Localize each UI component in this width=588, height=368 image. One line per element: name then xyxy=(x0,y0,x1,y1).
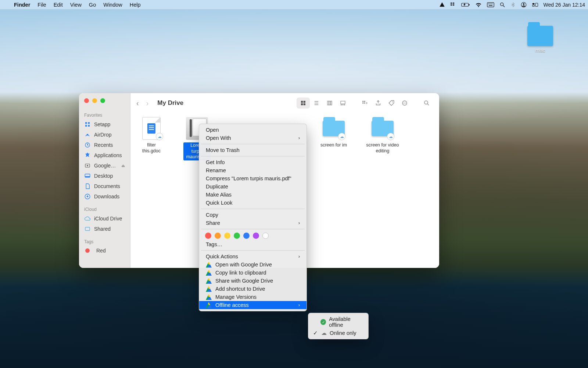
menubar-go[interactable]: Go xyxy=(85,0,100,10)
tag-dot-purple[interactable] xyxy=(253,233,259,239)
tag-dot-blue[interactable] xyxy=(243,233,250,239)
search-button[interactable] xyxy=(420,98,433,109)
view-icons-button[interactable] xyxy=(297,98,310,109)
finder-toolbar: ‹ › My Drive xyxy=(130,93,439,113)
sidebar-item-applications[interactable]: Applications xyxy=(79,150,130,160)
folder-screen-im[interactable]: ☁ screen for im xyxy=(320,117,347,160)
ctx-gd-offline[interactable]: Offline access› xyxy=(199,301,306,309)
ctx-compress[interactable]: Compress "Lorem turpis mauris.pdf" xyxy=(199,174,306,183)
sidebar-item-shared[interactable]: Shared xyxy=(79,224,130,234)
ctx-rename[interactable]: Rename xyxy=(199,166,306,174)
menubar-right: Wed 26 Jan 12:14 xyxy=(439,1,585,8)
menubar-file[interactable]: File xyxy=(34,0,50,10)
ctx-gd-shortcut[interactable]: Add shortcut to Drive xyxy=(199,285,306,293)
svg-point-41 xyxy=(404,103,405,103)
menubar-clock[interactable]: Wed 26 Jan 12:14 xyxy=(544,2,585,8)
status-icon-battery[interactable] xyxy=(461,2,470,7)
zoom-button[interactable] xyxy=(100,98,105,103)
ctx-copy[interactable]: Copy xyxy=(199,211,306,219)
tag-dot-green[interactable] xyxy=(234,233,240,239)
group-by-button[interactable] xyxy=(358,98,372,109)
menubar-app-name[interactable]: Finder xyxy=(10,0,34,10)
eject-icon[interactable]: ⏏ xyxy=(121,163,125,168)
nav-back[interactable]: ‹ xyxy=(136,99,139,107)
ctx-open[interactable]: Open xyxy=(199,126,306,134)
shared-icon xyxy=(84,226,91,232)
ctx-gd-share[interactable]: Share with Google Drive xyxy=(199,277,306,285)
sidebar-section-tags: Tags xyxy=(79,237,130,246)
ctx-duplicate[interactable]: Duplicate xyxy=(199,183,306,191)
status-icon-control-center[interactable] xyxy=(532,2,538,7)
sidebar-tag-red[interactable]: Red xyxy=(79,246,130,255)
menubar-edit[interactable]: Edit xyxy=(50,0,67,10)
apple-menu[interactable] xyxy=(3,0,10,10)
sidebar-item-downloads[interactable]: Downloads xyxy=(79,191,130,202)
status-icon-wifi[interactable] xyxy=(475,1,482,8)
svg-point-43 xyxy=(424,101,428,104)
nav-forward[interactable]: › xyxy=(146,99,149,107)
ctx-quick-actions[interactable]: Quick Actions› xyxy=(199,252,306,261)
tag-dot-orange[interactable] xyxy=(215,233,221,239)
status-icon-dropbox[interactable] xyxy=(450,2,456,8)
svg-rect-30 xyxy=(341,101,345,104)
sidebar-item-recents[interactable]: Recents xyxy=(79,140,130,150)
ctx-gd-copylink[interactable]: Copy link to clipboard xyxy=(199,269,306,277)
sidebar-item-airdrop[interactable]: AirDrop xyxy=(79,130,130,140)
googledrive-sidebar-icon xyxy=(84,162,91,169)
menubar-left: Finder File Edit View Go Window Help xyxy=(3,0,144,10)
tag-dot-yellow[interactable] xyxy=(224,233,230,239)
view-gallery-button[interactable] xyxy=(336,98,349,109)
svg-rect-7 xyxy=(489,5,492,6)
tag-dot-none[interactable] xyxy=(262,233,269,239)
tags-button[interactable] xyxy=(385,98,398,109)
submenu-online-only[interactable]: ✓ ☁ Online only xyxy=(308,329,368,337)
chevron-right-icon: › xyxy=(298,135,300,141)
status-icon-bluetooth-off[interactable] xyxy=(510,2,516,8)
ctx-get-info[interactable]: Get Info xyxy=(199,158,306,166)
svg-rect-3 xyxy=(488,3,489,4)
action-menu-button[interactable] xyxy=(398,98,411,109)
svg-point-40 xyxy=(403,103,404,103)
close-button[interactable] xyxy=(84,98,89,103)
menubar-help[interactable]: Help xyxy=(126,0,144,10)
status-icon-keyboard[interactable] xyxy=(487,2,494,7)
share-button[interactable] xyxy=(372,98,385,109)
ctx-tags[interactable]: Tags… xyxy=(199,240,306,248)
status-icon-user[interactable] xyxy=(521,2,527,8)
ctx-open-with[interactable]: Open With› xyxy=(199,134,306,142)
ctx-share[interactable]: Share› xyxy=(199,219,306,227)
view-columns-button[interactable] xyxy=(323,98,336,109)
sidebar-item-desktop[interactable]: Desktop xyxy=(79,171,130,181)
menubar-view[interactable]: View xyxy=(67,0,85,10)
separator xyxy=(201,144,305,144)
submenu-available-offline[interactable]: ✓ Available offline xyxy=(308,315,368,329)
svg-point-42 xyxy=(405,103,406,103)
ctx-move-to-trash[interactable]: Move to Trash xyxy=(199,146,306,154)
status-icon-spotlight[interactable] xyxy=(499,2,505,8)
ctx-gd-open[interactable]: Open with Google Drive xyxy=(199,261,306,269)
googledrive-icon xyxy=(206,262,212,268)
svg-rect-37 xyxy=(364,103,365,104)
context-menu: Open Open With› Move to Trash Get Info R… xyxy=(199,124,307,311)
ctx-make-alias[interactable]: Make Alias xyxy=(199,191,306,199)
googledrive-icon xyxy=(206,294,212,300)
file-gdoc[interactable]: ☁ filter this.gdoc xyxy=(138,117,165,160)
ctx-quick-look[interactable]: Quick Look xyxy=(199,199,306,207)
view-list-button[interactable] xyxy=(310,98,323,109)
sidebar-item-documents[interactable]: Documents xyxy=(79,181,130,191)
sidebar-item-googledrive[interactable]: Google… ⏏ xyxy=(79,160,130,171)
tag-dot-red[interactable] xyxy=(205,233,211,239)
status-icon-drive[interactable] xyxy=(439,2,445,8)
desktop-folder-misc[interactable]: misc xyxy=(524,26,557,53)
menubar-window[interactable]: Window xyxy=(100,0,126,10)
folder-screen-video[interactable]: ☁ screen for video editing xyxy=(366,117,399,160)
svg-rect-26 xyxy=(304,103,305,105)
minimize-button[interactable] xyxy=(92,98,97,103)
sidebar-item-iclouddrive[interactable]: iCloud Drive xyxy=(79,213,130,224)
svg-rect-13 xyxy=(532,5,534,6)
ctx-gd-versions[interactable]: Manage Versions xyxy=(199,293,306,301)
cloud-icon: ☁ xyxy=(321,330,327,336)
sidebar-item-setapp[interactable]: Setapp xyxy=(79,119,130,130)
svg-rect-23 xyxy=(301,101,303,103)
googledrive-icon xyxy=(206,278,212,284)
